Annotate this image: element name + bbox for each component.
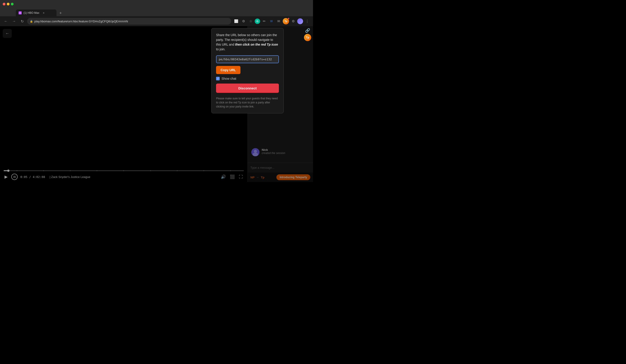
address-text: play.hbomax.com/feature/urn:hbo:feature:… — [34, 20, 128, 23]
new-tab-button[interactable]: + — [57, 10, 64, 16]
minimize-button[interactable] — [7, 3, 9, 5]
forward-nav-button[interactable]: → — [11, 18, 17, 24]
nav-tools: ⬜ ⚙ ☆ G ✏ W ✉ Tp ⚙ ⋮ — [233, 18, 310, 24]
browser-tab[interactable]: m (1) HBO Max ✕ — [16, 9, 56, 16]
tp-party-icon[interactable]: Tp — [304, 34, 311, 41]
bookmark-icon[interactable]: ☆ — [247, 18, 254, 24]
tab-close-button[interactable]: ✕ — [42, 11, 45, 14]
popup-description: Share the URL below so others can join t… — [216, 33, 279, 52]
more-options-button[interactable]: ⋮ — [304, 18, 310, 24]
title-bar — [0, 0, 313, 8]
chain-link-icon[interactable]: 🔗 — [305, 28, 310, 33]
popup-overlay: Share the URL below so others can join t… — [0, 26, 313, 182]
lock-icon: 🔒 — [30, 20, 33, 23]
content-area: ← — [0, 26, 313, 182]
address-bar[interactable]: 🔒 play.hbomax.com/feature/urn:hbo:featur… — [27, 18, 231, 25]
popup-bold-text: then click on the red Tp icon — [235, 43, 278, 46]
cast-icon[interactable]: ⬜ — [233, 18, 239, 24]
tab-favicon: m — [19, 11, 22, 14]
extensions-icon[interactable]: ⚙ — [240, 18, 247, 24]
traffic-lights — [3, 3, 14, 5]
tab-bar: m (1) HBO Max ✕ + — [0, 8, 313, 16]
mail-icon[interactable]: ✉ — [275, 18, 282, 24]
popup-footer-text: Please make sure to tell your guests tha… — [216, 97, 279, 109]
show-chat-label: Show chat — [222, 77, 236, 80]
puzzle-icon[interactable]: ⚙ — [290, 18, 296, 24]
close-button[interactable] — [3, 3, 5, 5]
account-avatar[interactable] — [297, 18, 303, 24]
popup-card: Share the URL below so others can join t… — [211, 28, 284, 113]
pen-icon[interactable]: ✏ — [261, 18, 267, 24]
browser-frame: m (1) HBO Max ✕ + ← → ↻ 🔒 play.hbomax.co… — [0, 0, 313, 26]
teleparty-extension-button[interactable]: Tp — [283, 18, 289, 24]
popup-icons: 🔗 Tp — [304, 28, 311, 41]
disconnect-button[interactable]: Disconnect — [216, 84, 279, 93]
copy-url-button[interactable]: Copy URL — [216, 66, 240, 74]
back-nav-button[interactable]: ← — [3, 18, 9, 24]
show-chat-row: ✓ Show chat — [216, 77, 279, 80]
show-chat-checkbox[interactable]: ✓ — [216, 77, 220, 80]
tab-title: (1) HBO Max — [24, 11, 39, 14]
word-icon[interactable]: W — [268, 18, 274, 24]
maximize-button[interactable] — [11, 3, 14, 5]
notification-dot — [288, 18, 289, 19]
refresh-nav-button[interactable]: ↻ — [19, 18, 25, 24]
nav-bar: ← → ↻ 🔒 play.hbomax.com/feature/urn:hbo:… — [0, 16, 313, 26]
url-input[interactable] — [216, 55, 279, 63]
grammarly-extension[interactable]: G — [255, 19, 260, 24]
